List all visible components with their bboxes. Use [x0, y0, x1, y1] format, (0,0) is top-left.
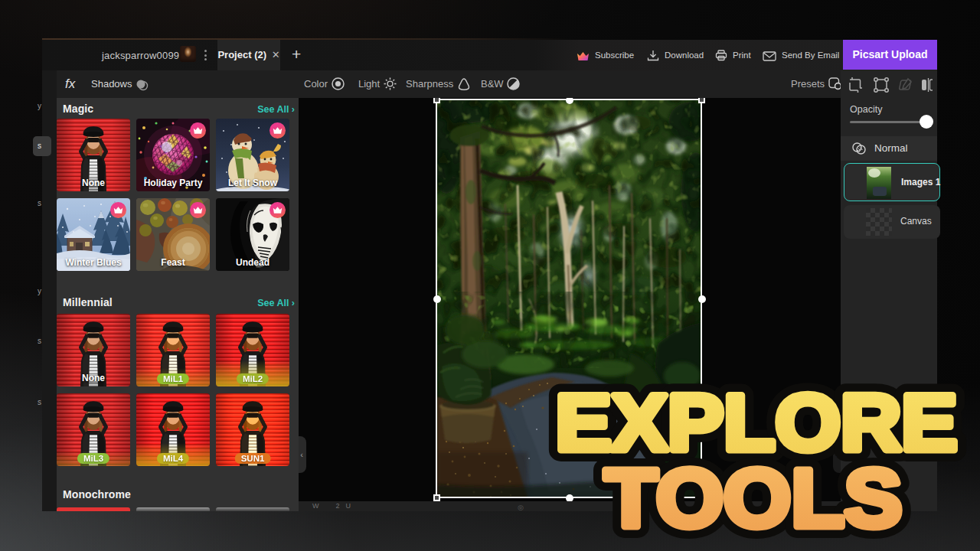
svg-text:TOOLS: TOOLS	[605, 452, 903, 544]
